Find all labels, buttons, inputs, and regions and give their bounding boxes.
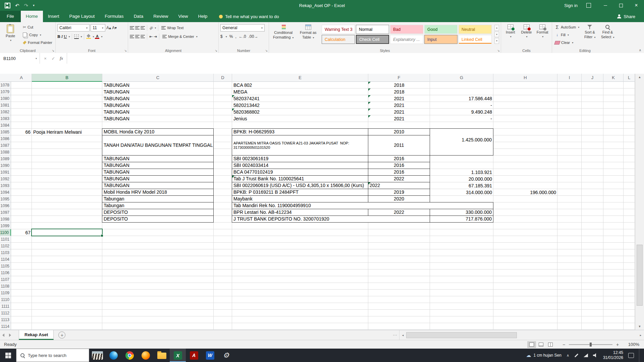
sheet-nav-right-icon[interactable] <box>9 334 11 337</box>
cell-F1082[interactable]: 2021 <box>368 109 430 115</box>
cell-E1082[interactable]: 5820368802 <box>232 109 368 115</box>
row-header-1097[interactable]: 1097 <box>0 209 11 216</box>
column-header-B[interactable]: B <box>32 74 102 82</box>
ribbon-tab-insert[interactable]: Insert <box>43 11 64 22</box>
cell-F1094[interactable]: 2019 <box>368 189 430 196</box>
cell-E1093[interactable]: SBI 0022060619 (USD A/C) - USD 4,305,10 … <box>232 182 368 189</box>
cell-E1086[interactable]: APARTEMEN MITRA OASIS TOWER A21-03 JAKAR… <box>232 135 368 156</box>
cell-C1098[interactable]: DEPOSITO <box>102 216 214 223</box>
clipboard-dialog-launcher-icon[interactable]: ↘ <box>52 49 54 52</box>
cell-G1091[interactable]: 1.103.921 <box>430 169 493 176</box>
sort-filter-button[interactable]: Sort & Filter ▾ <box>581 23 598 47</box>
middle-align-icon[interactable] <box>135 26 140 30</box>
underline-button[interactable]: U <box>64 34 67 39</box>
cell-C1092[interactable]: TABUNGAN <box>102 175 214 182</box>
scroll-left-icon[interactable]: ◂ <box>399 334 406 337</box>
cell-F1090[interactable]: 2016 <box>368 162 430 169</box>
cell-C1091[interactable]: TABUNGAN <box>102 169 214 176</box>
cell-E1094[interactable]: BPKB: P 03169211 B 2484PFT <box>232 189 368 196</box>
gallery-scroll-up-icon[interactable]: ▴ <box>494 25 499 31</box>
ribbon-tab-data[interactable]: Data <box>129 11 149 22</box>
row-header-1101[interactable]: 1101 <box>0 236 11 243</box>
increase-font-size-button[interactable]: A▴ <box>106 25 111 30</box>
normal-view-button[interactable] <box>527 341 536 348</box>
row-header-1081[interactable]: 1081 <box>0 102 11 109</box>
column-header-H[interactable]: H <box>493 74 557 82</box>
cell-style-bad[interactable]: Bad <box>390 25 423 34</box>
number-format-select[interactable]: General▾ <box>220 24 265 32</box>
clock[interactable]: 12:45 31/01/2026 <box>603 350 623 360</box>
row-header-1095[interactable]: 1095 <box>0 196 11 202</box>
cell-C1094[interactable]: Mobil Honda HRV Model 2018 <box>102 189 214 196</box>
bold-button[interactable]: B <box>57 34 60 39</box>
cell-F1080[interactable]: 2021 <box>368 95 430 102</box>
redo-icon[interactable]: ↷ <box>24 3 29 8</box>
page-break-view-button[interactable] <box>546 341 555 348</box>
cell-G1092[interactable]: 20.000.000 <box>430 176 493 182</box>
cell-B1085[interactable]: Pooja Heriram Melwani <box>32 129 102 135</box>
row-header-1108[interactable]: 1108 <box>0 283 11 290</box>
restore-button[interactable] <box>613 0 629 11</box>
row-header-1092[interactable]: 1092 <box>0 176 11 182</box>
row-header-1114[interactable]: 1114 <box>0 323 11 330</box>
zebra-taskbar-icon[interactable] <box>89 349 105 362</box>
decrease-decimal-icon[interactable]: .00→ <box>249 34 258 39</box>
ribbon-tab-formulas[interactable]: Formulas <box>100 11 128 22</box>
row-header-1106[interactable]: 1106 <box>0 269 11 276</box>
merge-center-button[interactable]: Merge & Center▾ <box>161 33 199 40</box>
sheet-nav-left-icon[interactable] <box>2 334 4 337</box>
row-header-1078[interactable]: 1078 <box>0 82 11 88</box>
cell-C1081[interactable]: TABUNGAN <box>102 102 214 109</box>
cell-C1085[interactable]: MOBIL Honda City 2010 <box>102 128 214 135</box>
paste-dropdown-icon[interactable]: ▾ <box>10 39 11 43</box>
cell-C1089[interactable]: TABUNGAN <box>102 155 214 162</box>
row-header-1080[interactable]: 1080 <box>0 95 11 102</box>
cell-C1082[interactable]: TABUNGAN <box>102 109 214 115</box>
row-header-1089[interactable]: 1089 <box>0 156 11 162</box>
tab-scroll-splitter[interactable]: ⋯ <box>391 333 399 338</box>
row-header-1113[interactable]: 1113 <box>0 316 11 323</box>
cell-G1085[interactable]: 1.425.000.000 <box>430 128 493 156</box>
row-header-1090[interactable]: 1090 <box>0 162 11 169</box>
cell-G1098[interactable]: 717.876.000 <box>430 216 493 223</box>
center-icon[interactable] <box>135 35 140 39</box>
autosum-button[interactable]: ΣAutoSum▾ <box>554 23 581 31</box>
cell-F1083[interactable]: 2021 <box>368 115 430 122</box>
bottom-align-icon[interactable] <box>141 26 145 30</box>
folder-taskbar-icon[interactable] <box>154 349 170 362</box>
cell-E1080[interactable]: 5820374241 <box>232 95 368 102</box>
gallery-scroll-down-icon[interactable]: ▾ <box>494 32 499 38</box>
column-header-D[interactable]: D <box>214 74 232 82</box>
column-header-A[interactable]: A <box>11 74 32 82</box>
fill-button[interactable]: ↓Fill▾ <box>554 31 581 39</box>
pen-icon[interactable] <box>575 353 578 357</box>
top-align-icon[interactable] <box>130 26 134 30</box>
fill-color-icon[interactable] <box>86 35 91 39</box>
row-header-1079[interactable]: 1079 <box>0 88 11 95</box>
start-button[interactable] <box>0 349 16 362</box>
word-taskbar-icon[interactable] <box>202 349 218 362</box>
row-header-1087[interactable]: 1087 <box>0 142 11 149</box>
clear-button[interactable]: Clear▾ <box>554 39 581 46</box>
zoom-slider[interactable] <box>569 344 612 345</box>
cell-C1093[interactable]: TABUNGAN <box>102 182 214 189</box>
cell-E1090[interactable]: SBI 0024033414 <box>232 162 368 169</box>
scroll-right-icon[interactable]: ▸ <box>637 334 644 337</box>
orientation-icon[interactable]: ab <box>149 25 154 31</box>
font-name-select[interactable]: Calibri▾ <box>57 24 90 32</box>
format-cells-button[interactable]: Format ▾ <box>535 23 550 47</box>
column-header-J[interactable]: J <box>582 74 603 82</box>
row-header-1096[interactable]: 1096 <box>0 202 11 209</box>
row-header-1091[interactable]: 1091 <box>0 169 11 176</box>
cell-E1083[interactable]: Jenius <box>232 115 368 122</box>
alignment-dialog-launcher-icon[interactable]: ↘ <box>215 49 217 52</box>
ribbon-tab-page-layout[interactable]: Page Layout <box>64 11 100 22</box>
row-header-1088[interactable]: 1088 <box>0 149 11 156</box>
row-header-1110[interactable]: 1110 <box>0 296 11 303</box>
cell-F1097[interactable]: 2022 <box>368 209 430 216</box>
chrome-taskbar-icon[interactable] <box>121 349 138 362</box>
row-header-1082[interactable]: 1082 <box>0 109 11 115</box>
cell-C1095[interactable]: Tabungan <box>102 195 214 202</box>
cell-C1079[interactable]: TABUNGAN <box>102 88 214 95</box>
settings-taskbar-icon[interactable] <box>218 349 234 362</box>
